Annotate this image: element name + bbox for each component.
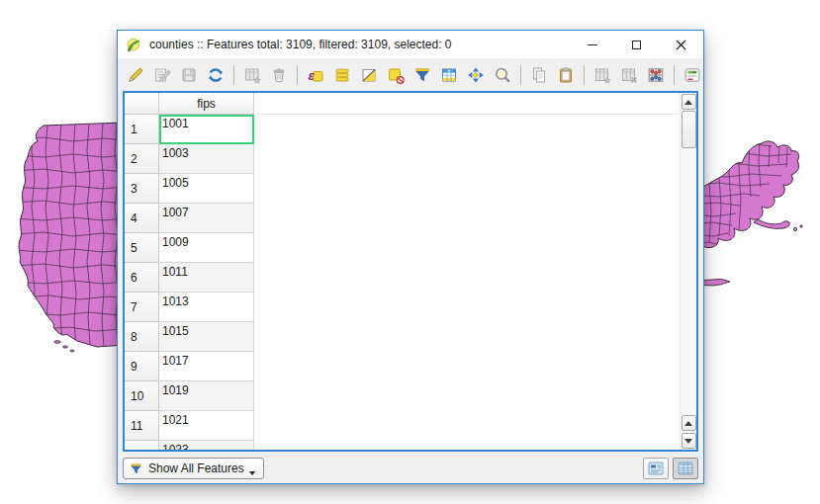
deselect-all-button[interactable] [383, 62, 409, 88]
attribute-table-footer: Show All Features [118, 454, 703, 483]
table-row: 12 1023 [125, 441, 680, 450]
table-view-button[interactable] [673, 458, 698, 479]
reload-table-button[interactable] [203, 62, 228, 88]
vertical-scrollbar [680, 93, 696, 450]
cape-cod [754, 219, 789, 228]
attribute-table-toolbar: ε [118, 58, 703, 91]
row-number[interactable]: 3 [125, 174, 159, 204]
row-number[interactable]: 12 [125, 441, 159, 450]
toolbar-separator [674, 65, 675, 85]
table-row: 9 1017 [125, 352, 680, 381]
trash-icon [269, 65, 289, 85]
save-edits-icon [179, 65, 199, 85]
dropdown-caret-icon [249, 471, 255, 475]
arrow-down-icon [684, 439, 692, 444]
qgis-logo-icon [125, 37, 141, 53]
map-canvas-west-counties[interactable] [0, 112, 125, 375]
cell-fips[interactable]: 1005 [159, 174, 254, 204]
islands-east [793, 225, 802, 231]
conditional-formatting-icon [683, 65, 702, 85]
show-all-features-button[interactable]: Show All Features [123, 458, 264, 479]
row-number[interactable]: 4 [125, 204, 159, 233]
close-button[interactable] [659, 31, 703, 58]
cell-fips[interactable]: 1021 [159, 411, 254, 441]
row-number[interactable]: 11 [125, 411, 159, 441]
maximize-icon [632, 41, 641, 49]
form-view-icon [648, 462, 664, 475]
maximize-button[interactable] [614, 31, 659, 58]
deselect-all-icon [386, 65, 406, 85]
open-field-calculator-button[interactable] [643, 62, 669, 88]
form-view-button[interactable] [643, 458, 669, 479]
row-number[interactable]: 1 [125, 115, 159, 144]
column-header-fips[interactable]: fips [159, 93, 254, 115]
row-number[interactable]: 10 [125, 381, 159, 411]
corner-header-cell[interactable] [125, 93, 159, 115]
scroll-up-button-bottom[interactable] [682, 415, 696, 431]
table-row: 4 1007 [125, 204, 680, 233]
paste-features-button[interactable] [553, 62, 579, 88]
delete-selected-features-button [266, 62, 292, 88]
cell-fips[interactable]: 1017 [159, 352, 254, 381]
copy-selected-rows-button[interactable] [526, 62, 552, 88]
table-row: 10 1019 [125, 381, 680, 411]
cell-fips[interactable]: 1023 [159, 441, 254, 450]
row-number[interactable]: 2 [125, 144, 159, 174]
table-row: 2 1003 [125, 144, 680, 174]
filter-button-label: Show All Features [148, 462, 244, 475]
cell-fips[interactable]: 1019 [159, 381, 254, 411]
table-row: 7 1013 [125, 293, 680, 322]
attribute-table-window: counties :: Features total: 3109, filter… [117, 30, 704, 484]
new-field-button [590, 62, 615, 88]
cell-fips[interactable]: 1003 [159, 144, 254, 174]
map-canvas-east-counties[interactable] [692, 133, 820, 306]
select-by-expression-button[interactable]: ε [303, 62, 328, 88]
toolbar-separator [584, 65, 585, 85]
filter-funnel-icon [129, 462, 143, 476]
move-selection-to-top-button[interactable] [436, 62, 462, 88]
reload-icon [206, 65, 226, 85]
titlebar[interactable]: counties :: Features total: 3109, filter… [118, 31, 703, 58]
minimize-icon [588, 44, 597, 45]
table-row: 6 1011 [125, 263, 680, 293]
header-row: fips [125, 93, 680, 115]
toggle-editing-button[interactable] [123, 62, 148, 88]
zoom-to-selection-icon [493, 65, 512, 85]
cell-fips[interactable]: 1009 [159, 233, 254, 263]
zoom-to-selection-button[interactable] [490, 62, 515, 88]
pan-to-selection-button[interactable] [463, 62, 489, 88]
row-number[interactable]: 7 [125, 293, 159, 322]
conditional-formatting-button[interactable] [680, 62, 705, 88]
row-number[interactable]: 9 [125, 352, 159, 381]
field-calculator-abacus-icon [646, 65, 666, 85]
row-number[interactable]: 6 [125, 263, 159, 293]
arrow-up-icon [684, 421, 692, 426]
scroll-down-button[interactable] [682, 433, 696, 449]
svg-text:ε: ε [309, 67, 316, 82]
select-all-button[interactable] [329, 62, 355, 88]
table-row: 1 1001 [125, 115, 680, 144]
delete-field-icon [619, 65, 639, 85]
row-number[interactable]: 5 [125, 233, 159, 263]
table-row: 8 1015 [125, 322, 680, 352]
save-edits-button [176, 62, 202, 88]
cell-fips[interactable]: 1011 [159, 263, 254, 293]
minimize-button[interactable] [570, 31, 614, 58]
attribute-table: fips 1 1001 2 1003 3 1005 4 1007 [123, 91, 698, 452]
delete-field-button [616, 62, 642, 88]
cell-fips[interactable]: 1007 [159, 204, 254, 233]
scrollbar-thumb[interactable] [682, 111, 696, 148]
invert-selection-button[interactable] [356, 62, 382, 88]
table-row: 5 1009 [125, 233, 680, 263]
close-icon [676, 40, 686, 50]
multi-edit-mode-icon [152, 65, 172, 85]
row-number[interactable]: 8 [125, 322, 159, 352]
islands-west [54, 341, 74, 352]
filter-form-button[interactable] [410, 62, 435, 88]
cell-fips-selected[interactable]: 1001 [159, 115, 254, 144]
cell-fips[interactable]: 1015 [159, 322, 254, 352]
scroll-up-button[interactable] [682, 94, 696, 110]
filter-funnel-icon [412, 65, 432, 85]
cell-fips[interactable]: 1013 [159, 293, 254, 322]
copy-icon [529, 65, 549, 85]
